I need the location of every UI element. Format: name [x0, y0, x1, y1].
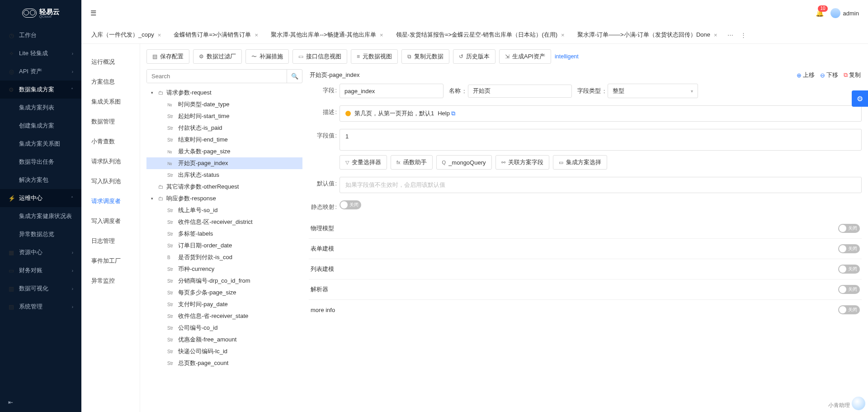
workspace-tab[interactable]: 聚水潭-订单——>小满-订单（发货状态回传）Done× — [571, 26, 724, 43]
section-toggle[interactable]: 关闭 — [838, 244, 860, 253]
toolbar-button[interactable]: ▤保存配置 — [146, 49, 189, 64]
collapse-sidebar-bottom[interactable]: ⇤ — [0, 393, 81, 412]
collapsible-section[interactable]: 解析器关闭 — [309, 279, 862, 299]
workspace-tab[interactable]: 入库（一件代发）_copy× — [85, 26, 167, 43]
tree-node[interactable]: Str收件信息-省-receiver_state — [146, 310, 302, 322]
staticmap-toggle[interactable]: 关闭 — [340, 200, 361, 209]
default-input[interactable]: 如果字段值不生效时，会启用该默认值 — [340, 177, 862, 193]
section-nav-item[interactable]: 运行概况 — [81, 52, 140, 72]
tree-node[interactable]: 🗀其它请求参数-otherRequest — [146, 181, 302, 193]
tree-node[interactable]: Str出库状态-status — [146, 169, 302, 181]
tree-node[interactable]: B是否货到付款-is_cod — [146, 251, 302, 263]
tree-node[interactable]: Str起始时间-start_time — [146, 110, 302, 122]
nav-item[interactable]: ◎API 资产› — [0, 62, 81, 81]
tree-node[interactable]: №最大条数-page_size — [146, 146, 302, 157]
tree-node[interactable]: Str公司编号-co_id — [146, 322, 302, 334]
search-input[interactable] — [147, 70, 287, 83]
section-toggle[interactable]: 关闭 — [838, 305, 860, 314]
intelligent-link[interactable]: intelligent — [555, 53, 579, 60]
search-button[interactable]: 🔍 — [287, 70, 302, 83]
tree-node[interactable]: Str币种-currency — [146, 263, 302, 275]
tree-node[interactable]: Str每页多少条-page_size — [146, 287, 302, 298]
section-nav-item[interactable]: 日志管理 — [81, 231, 140, 251]
nav-sub-item[interactable]: 集成方案列表 — [0, 99, 81, 117]
section-nav-item[interactable]: 写入调度者 — [81, 211, 140, 231]
nav-sub-item[interactable]: 数据导出任务 — [0, 153, 81, 171]
notifications-button[interactable]: 🔔10 — [816, 9, 824, 17]
user-menu[interactable]: admin — [830, 8, 859, 18]
tree-node[interactable]: Str付款状态-is_paid — [146, 122, 302, 134]
helper-chip[interactable]: ▽变量选择器 — [340, 155, 387, 170]
close-icon[interactable]: × — [255, 32, 258, 38]
fieldvalue-input[interactable]: 1 — [340, 129, 862, 151]
tabs-overflow[interactable]: ⋯ — [724, 27, 737, 43]
tree-node[interactable]: №开始页-page_index — [146, 157, 302, 169]
tree-node[interactable]: №时间类型-date_type — [146, 99, 302, 110]
section-nav-item[interactable]: 小青查数 — [81, 132, 140, 152]
move-down-button[interactable]: ⊖ 下移 — [820, 71, 838, 79]
tree-node[interactable]: Str订单日期-order_date — [146, 240, 302, 251]
tree-node[interactable]: Str总页数-page_count — [146, 357, 302, 369]
toolbar-button[interactable]: ≡元数据视图 — [351, 49, 398, 64]
move-up-button[interactable]: ⊕ 上移 — [797, 71, 815, 79]
section-toggle[interactable]: 关闭 — [838, 224, 860, 233]
section-nav-item[interactable]: 请求调度者 — [81, 191, 140, 211]
close-icon[interactable]: × — [158, 32, 161, 38]
tree-node[interactable]: Str收件信息-区-receiver_district — [146, 216, 302, 228]
helper-chip[interactable]: Q_mongoQuery — [436, 155, 492, 170]
section-nav-item[interactable]: 事件加工厂 — [81, 251, 140, 271]
tree-node[interactable]: Str分销商编号-drp_co_id_from — [146, 275, 302, 287]
tabs-menu[interactable]: ⋮ — [737, 27, 750, 43]
tree-node[interactable]: ▾🗀请求参数-request — [146, 87, 302, 99]
workspace-tab[interactable]: 金蝶销售订单=>小满销售订单× — [167, 26, 264, 43]
close-icon[interactable]: × — [714, 32, 717, 38]
tree-node[interactable]: Str优惠金额-free_amount — [146, 334, 302, 346]
collapse-sidebar-button[interactable]: ☰ — [90, 9, 96, 17]
nav-item[interactable]: ⚙数据集成方案˄ — [0, 81, 81, 99]
nav-sub-item[interactable]: 异常数据总览 — [0, 225, 81, 243]
section-toggle[interactable]: 关闭 — [838, 265, 860, 274]
toolbar-button[interactable]: ▭接口信息视图 — [292, 49, 347, 64]
nav-item[interactable]: ▨系统管理› — [0, 298, 81, 316]
helper-chip[interactable]: ⚯关联方案字段 — [495, 155, 549, 170]
tree-node[interactable]: ▾🗀响应参数-response — [146, 193, 302, 204]
section-nav-item[interactable]: 集成关系图 — [81, 92, 140, 112]
copy-button[interactable]: ⧉ 复制 — [844, 71, 861, 79]
toolbar-button[interactable]: ⧉复制元数据 — [401, 49, 449, 64]
section-nav-item[interactable]: 方案信息 — [81, 72, 140, 92]
section-toggle[interactable]: 关闭 — [838, 285, 860, 294]
close-icon[interactable]: × — [380, 32, 383, 38]
nav-item[interactable]: ▦资源中心› — [0, 243, 81, 261]
tree-node[interactable]: Str支付时间-pay_date — [146, 298, 302, 310]
fieldtype-select[interactable]: 整型▾ — [608, 84, 698, 98]
toolbar-button[interactable]: ↺历史版本 — [453, 49, 495, 64]
nav-sub-item[interactable]: 集成方案健康状况表 — [0, 207, 81, 225]
helper-chip[interactable]: fx函数助手 — [391, 155, 433, 170]
collapsible-section[interactable]: more info关闭 — [309, 299, 862, 320]
help-link[interactable]: Help ⧉ — [438, 110, 455, 117]
nav-item[interactable]: ◷工作台 — [0, 26, 81, 44]
toolbar-button[interactable]: ⇲生成API资产 — [499, 49, 551, 64]
brand-logo[interactable]: 轻易云 QCloud — [0, 0, 81, 26]
collapsible-section[interactable]: 物理模型关闭 — [309, 218, 862, 238]
nav-item[interactable]: ✧Lite 轻集成› — [0, 44, 81, 62]
helper-chip[interactable]: ▭集成方案选择 — [553, 155, 607, 170]
tree-node[interactable]: Str线上单号-so_id — [146, 204, 302, 216]
section-nav-item[interactable]: 请求队列池 — [81, 152, 140, 171]
tree-node[interactable]: Str多标签-labels — [146, 228, 302, 240]
collapsible-section[interactable]: 表单建模关闭 — [309, 238, 862, 259]
field-input[interactable] — [340, 84, 443, 98]
name-input[interactable] — [468, 85, 572, 98]
collapsible-section[interactable]: 列表建模关闭 — [309, 259, 862, 279]
toolbar-button[interactable]: ⚙数据过滤厂 — [193, 49, 242, 64]
tree-node[interactable]: Str结束时间-end_time — [146, 134, 302, 146]
tree-node[interactable]: Str快递公司编码-lc_id — [146, 346, 302, 357]
section-nav-item[interactable]: 异常监控 — [81, 271, 140, 291]
nav-item[interactable]: ▭财务对账› — [0, 261, 81, 279]
workspace-tab[interactable]: 领星-发货结算报告=>金蝶云星空-销售出库单（日本站）(在用)× — [390, 26, 571, 43]
nav-item[interactable]: ▥数据可视化› — [0, 279, 81, 298]
nav-sub-item[interactable]: 集成方案关系图 — [0, 135, 81, 153]
close-icon[interactable]: × — [561, 32, 565, 38]
section-nav-item[interactable]: 写入队列池 — [81, 171, 140, 191]
section-nav-item[interactable]: 数据管理 — [81, 112, 140, 132]
